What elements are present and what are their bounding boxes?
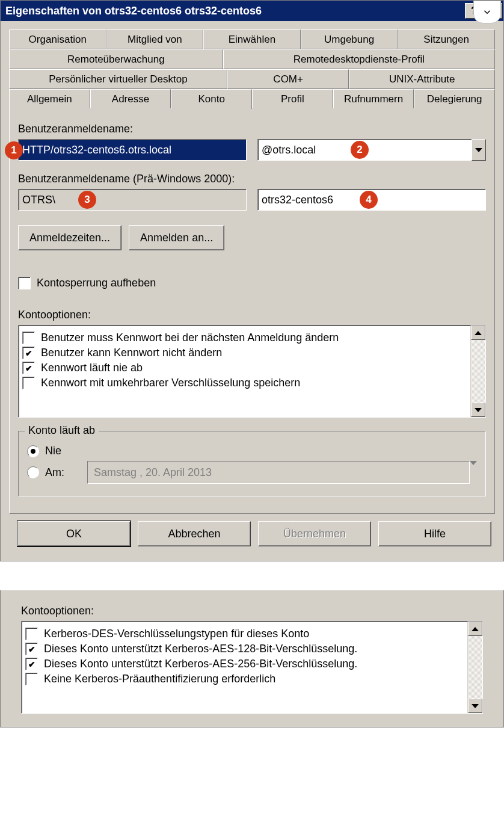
tab-pvd[interactable]: Persönlicher virtueller Desktop [9, 69, 227, 89]
radio-icon [27, 445, 39, 457]
opt-reversible-enc[interactable]: Kennwort mit umkehrbarer Verschlüsselung… [22, 377, 467, 389]
dropdown-overlay-button[interactable] [473, 1, 501, 23]
tab-remotedesktop-profil[interactable]: Remotedesktopdienste-Profil [223, 49, 495, 69]
expiry-date-picker: Samstag , 20. April 2013 [87, 461, 470, 484]
arrow-down-icon [475, 408, 482, 412]
callout-badge-2: 2 [351, 141, 369, 159]
scroll-up-button[interactable] [471, 326, 485, 340]
opt-cannot-change-pw-label: Benutzer kann Kennwort nicht ändern [41, 347, 222, 359]
tab-organisation[interactable]: Organisation [9, 29, 106, 49]
tab-mitglied-von[interactable]: Mitglied von [106, 29, 204, 49]
tab-delegierung[interactable]: Delegierung [414, 89, 495, 109]
opt-no-preauth-label: Keine Kerberos-Präauthentifizierung erfo… [44, 673, 275, 685]
tab-sitzungen[interactable]: Sitzungen [398, 29, 495, 49]
expiry-never-radio[interactable]: Nie [27, 445, 477, 457]
logon-to-button[interactable]: Anmelden an... [129, 225, 224, 250]
pre2000-label: Benutzeranmeldename (Prä-Windows 2000): [18, 173, 486, 185]
cancel-button[interactable]: Abbrechen [138, 521, 251, 546]
scroll-up-button[interactable] [468, 622, 482, 636]
window-title: Eigenschaften von otrs32-centos6 otrs32-… [5, 5, 262, 17]
tab-unix[interactable]: UNIX-Attribute [349, 69, 495, 89]
scroll-track[interactable] [468, 636, 482, 699]
callout-badge-1: 1 [5, 141, 23, 159]
checkmark-icon: ✔ [28, 645, 35, 653]
expiry-on-radio[interactable]: Am: Samstag , 20. April 2013 [27, 461, 477, 484]
tab-remoteueberwachung[interactable]: Remoteüberwachung [9, 49, 223, 69]
callout-badge-4: 4 [360, 191, 378, 209]
chevron-down-icon [482, 7, 493, 17]
tab-profil[interactable]: Profil [252, 89, 333, 109]
radio-icon [27, 466, 39, 478]
scroll-down-button[interactable] [471, 403, 485, 417]
chevron-down-icon [470, 461, 477, 465]
callout-badge-3: 3 [78, 191, 96, 209]
opt-aes256-label: Dieses Konto unterstützt Kerberos-AES-25… [44, 658, 357, 670]
tab-allgemein[interactable]: Allgemein [9, 89, 90, 109]
opt-no-preauth[interactable]: Keine Kerberos-Präauthentifizierung erfo… [25, 673, 464, 685]
tab-adresse[interactable]: Adresse [90, 89, 171, 109]
properties-dialog: Eigenschaften von otrs32-centos6 otrs32-… [0, 0, 504, 561]
tab-panel-konto: Benutzeranmeldename: 1 HTTP/otrs32-cento… [9, 108, 495, 514]
expiry-date-dropdown-button [470, 461, 477, 483]
tab-einwaehlen[interactable]: Einwählen [203, 29, 301, 49]
options-scrollbar[interactable] [470, 326, 485, 417]
opt-reversible-enc-label: Kennwort mit umkehrbarer Verschlüsselung… [41, 377, 300, 389]
account-options-label-2: Kontooptionen: [21, 605, 483, 617]
dialog-body: Organisation Mitglied von Einwählen Umge… [1, 21, 503, 561]
checkbox-icon: ✔ [22, 362, 35, 374]
account-expiry-legend: Konto läuft ab [25, 424, 99, 437]
scroll-down-button[interactable] [468, 699, 482, 713]
expiry-on-label: Am: [45, 466, 81, 479]
checkmark-icon: ✔ [25, 364, 32, 372]
unlock-account-label: Kontosperrung aufheben [37, 277, 156, 289]
opt-must-change-pw-label: Benutzer muss Kennwort bei der nächsten … [41, 332, 339, 344]
arrow-up-icon [475, 331, 482, 335]
tab-konto[interactable]: Konto [171, 89, 252, 109]
opt-aes256[interactable]: ✔ Dieses Konto unterstützt Kerberos-AES-… [25, 658, 464, 670]
tab-rufnummern[interactable]: Rufnummern [333, 89, 414, 109]
unlock-account-checkbox[interactable]: Kontosperrung aufheben [18, 277, 486, 289]
opt-pw-never-expires-label: Kennwort läuft nie ab [41, 362, 143, 374]
logon-hours-button[interactable]: Anmeldezeiten... [18, 225, 121, 250]
chevron-down-icon [475, 148, 482, 152]
domain-suffix-dropdown-button[interactable] [472, 139, 486, 161]
apply-button: Übernehmen [258, 521, 371, 546]
pre2000-domain-input: OTRS\ [18, 189, 247, 211]
ok-button[interactable]: OK [17, 521, 131, 546]
tab-complus[interactable]: COM+ [227, 69, 349, 89]
opt-aes128-label: Dieses Konto unterstützt Kerberos-AES-12… [44, 643, 357, 655]
checkbox-icon [22, 377, 35, 389]
checkmark-icon: ✔ [28, 660, 35, 669]
logon-name-label: Benutzeranmeldename: [18, 123, 486, 135]
tab-umgebung[interactable]: Umgebung [301, 29, 398, 49]
opt-des[interactable]: Kerberos-DES-Verschlüsselungstypen für d… [25, 628, 464, 640]
account-options-panel-2: Kontooptionen: Kerberos-DES-Verschlüssel… [0, 590, 504, 727]
opt-pw-never-expires[interactable]: ✔ Kennwort läuft nie ab [22, 362, 467, 374]
account-options-label: Kontooptionen: [18, 309, 486, 321]
scroll-track[interactable] [471, 340, 485, 403]
title-bar: Eigenschaften von otrs32-centos6 otrs32-… [1, 1, 503, 21]
dialog-action-row: OK Abbrechen Übernehmen Hilfe [9, 514, 495, 555]
checkbox-icon [18, 277, 31, 289]
account-options-listbox-2: Kerberos-DES-Verschlüsselungstypen für d… [21, 621, 483, 714]
opt-must-change-pw[interactable]: Benutzer muss Kennwort bei der nächsten … [22, 332, 467, 344]
account-options-listbox: Benutzer muss Kennwort bei der nächsten … [18, 325, 486, 418]
checkbox-icon [25, 673, 38, 685]
checkbox-icon: ✔ [25, 643, 38, 655]
checkbox-icon: ✔ [22, 347, 35, 359]
checkbox-icon: ✔ [25, 658, 38, 670]
checkmark-icon: ✔ [25, 349, 32, 357]
checkbox-icon [22, 332, 35, 344]
options2-scrollbar[interactable] [467, 622, 482, 713]
logon-name-input[interactable]: HTTP/otrs32-centos6.otrs.local [18, 139, 247, 161]
expiry-never-label: Nie [45, 445, 61, 457]
opt-des-label: Kerberos-DES-Verschlüsselungstypen für d… [44, 628, 309, 640]
arrow-down-icon [472, 704, 479, 708]
opt-aes128[interactable]: ✔ Dieses Konto unterstützt Kerberos-AES-… [25, 643, 464, 655]
checkbox-icon [25, 628, 38, 640]
radio-dot-icon [31, 449, 35, 454]
opt-cannot-change-pw[interactable]: ✔ Benutzer kann Kennwort nicht ändern [22, 347, 467, 359]
account-expiry-group: Konto läuft ab Nie Am: Samstag , 20. Apr… [18, 431, 486, 496]
tab-strip: Organisation Mitglied von Einwählen Umge… [9, 29, 495, 514]
help-button-bottom[interactable]: Hilfe [378, 521, 491, 546]
